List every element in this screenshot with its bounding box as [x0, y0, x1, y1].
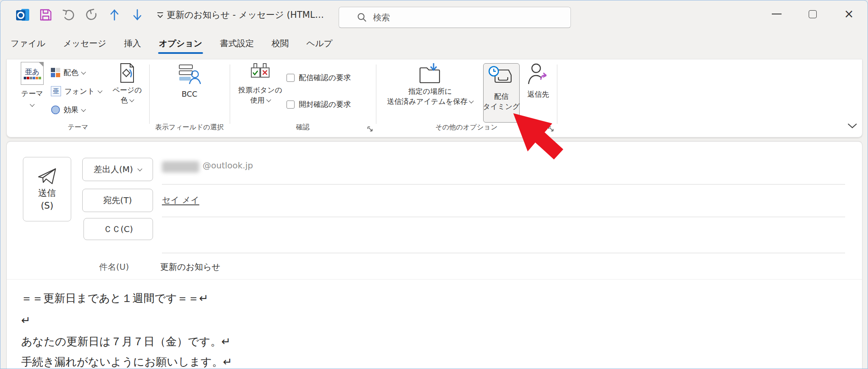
compose-area: 送信 (S) 差出人(M) @outlook.jp 宛先(T) セイ メイ ＣＣ… [6, 141, 862, 369]
header-body-divider [7, 279, 862, 280]
tab-file[interactable]: ファイル [10, 38, 46, 49]
cc-button[interactable]: ＣＣ(C) [83, 218, 153, 240]
checkbox-icon [287, 74, 295, 82]
subject-value[interactable]: 更新のお知らせ [160, 261, 220, 273]
to-field-underline [162, 217, 845, 217]
from-address-redacted [162, 161, 199, 173]
delay-delivery-icon [488, 66, 515, 89]
move-down-icon[interactable] [130, 8, 145, 22]
bcc-button[interactable]: BCC [168, 63, 211, 99]
tab-message[interactable]: メッセージ [62, 38, 107, 49]
to-recipient[interactable]: セイ メイ [162, 194, 199, 206]
body-line[interactable]: 手続き漏れがないようにお願いします。↵ [21, 355, 232, 369]
tab-options[interactable]: オプション [158, 38, 203, 49]
maximize-icon [809, 10, 817, 18]
undo-icon[interactable] [61, 8, 76, 22]
theme-fonts-button[interactable]: 亜 フォント [51, 85, 102, 98]
group-label-show-fields: 表示フィールドの選択 [149, 123, 230, 132]
read-receipt-checkbox[interactable]: 開封確認の要求 [287, 99, 351, 109]
checkbox-icon [287, 101, 295, 109]
direct-replies-to-icon [527, 63, 550, 87]
chevron-down-icon [266, 97, 271, 102]
outlook-message-window: 更新のお知らせ - メッセージ (HTML… 検索 × ファイル メッセージ 挿… [0, 0, 868, 369]
save-sent-folder-icon [418, 63, 442, 84]
cc-field-underline [162, 253, 845, 253]
title-bar: 更新のお知らせ - メッセージ (HTML… 検索 × [0, 0, 868, 29]
group-label-tracking: 確認 [230, 123, 376, 132]
chevron-down-icon [130, 97, 134, 102]
minimize-icon [772, 14, 782, 14]
theme-effects-icon [51, 105, 60, 115]
body-line[interactable]: ＝＝更新日まであと１週間です＝＝↵ [21, 291, 208, 306]
ribbon-separator [230, 64, 230, 124]
voting-buttons-button[interactable]: 投票ボタンの 使用 [236, 63, 285, 105]
chevron-down-icon [137, 166, 142, 171]
minimize-button[interactable] [767, 3, 786, 25]
themes-icon: 亜あ [21, 62, 44, 85]
tab-format-text[interactable]: 書式設定 [219, 38, 255, 49]
ribbon-tab-row: ファイル メッセージ 挿入 オプション 書式設定 校閲 ヘルプ [10, 29, 334, 57]
close-icon: × [844, 8, 854, 20]
from-address: @outlook.jp [203, 160, 253, 171]
tab-insert[interactable]: 挿入 [123, 38, 142, 49]
save-icon[interactable] [39, 8, 53, 22]
theme-fonts-icon: 亜 [51, 86, 61, 96]
search-box[interactable]: 検索 [339, 7, 571, 28]
redo-icon[interactable] [84, 8, 99, 22]
ribbon: 亜あ テーマ 配色 亜 フォント [6, 59, 862, 137]
tab-review[interactable]: 校閲 [271, 38, 289, 49]
maximize-button[interactable] [803, 3, 822, 25]
chevron-down-icon [30, 102, 34, 106]
themes-button[interactable]: 亜あ テーマ [18, 62, 47, 107]
delivery-receipt-checkbox[interactable]: 配信確認の要求 [287, 73, 351, 83]
chevron-down-icon [81, 70, 86, 74]
qat-customize-icon[interactable] [153, 8, 167, 22]
to-button[interactable]: 宛先(T) [82, 189, 153, 212]
tracking-dialog-launcher-icon[interactable] [367, 126, 373, 132]
move-up-icon[interactable] [107, 8, 122, 22]
theme-colors-icon [51, 68, 60, 77]
from-field-underline [162, 184, 845, 184]
chevron-down-icon [469, 98, 474, 103]
group-label-themes: テーマ [7, 123, 149, 132]
save-sent-item-button[interactable]: 指定の場所に 送信済みアイテムを保存 [381, 63, 479, 106]
subject-label: 件名(U) [99, 261, 129, 273]
ribbon-separator [149, 64, 150, 124]
chevron-down-icon [81, 107, 86, 112]
from-button[interactable]: 差出人(M) [82, 158, 153, 181]
chevron-down-icon [97, 88, 102, 93]
search-placeholder: 検索 [373, 12, 390, 23]
body-line[interactable]: あなたの更新日は７月７日（金）です。↵ [21, 334, 231, 349]
direct-replies-to-button[interactable]: 返信先 [522, 63, 554, 99]
voting-buttons-icon [250, 63, 270, 83]
ribbon-separator [376, 64, 376, 124]
bcc-icon [178, 63, 201, 86]
red-pointer-arrow [508, 110, 572, 173]
quick-access-toolbar [16, 0, 167, 29]
close-button[interactable]: × [839, 3, 859, 25]
page-color-button[interactable]: ページの 色 [109, 63, 145, 105]
send-icon [37, 167, 57, 186]
tab-help[interactable]: ヘルプ [306, 38, 333, 49]
outlook-app-icon [16, 8, 30, 22]
collapse-ribbon-icon[interactable] [847, 122, 858, 130]
body-line[interactable]: ↵ [21, 314, 31, 327]
window-title: 更新のお知らせ - メッセージ (HTML… [167, 0, 324, 29]
send-button[interactable]: 送信 (S) [23, 157, 71, 221]
page-color-icon [117, 63, 137, 83]
theme-colors-button[interactable]: 配色 [51, 66, 85, 79]
theme-effects-button[interactable]: 効果 [51, 103, 85, 116]
search-icon [357, 12, 367, 22]
